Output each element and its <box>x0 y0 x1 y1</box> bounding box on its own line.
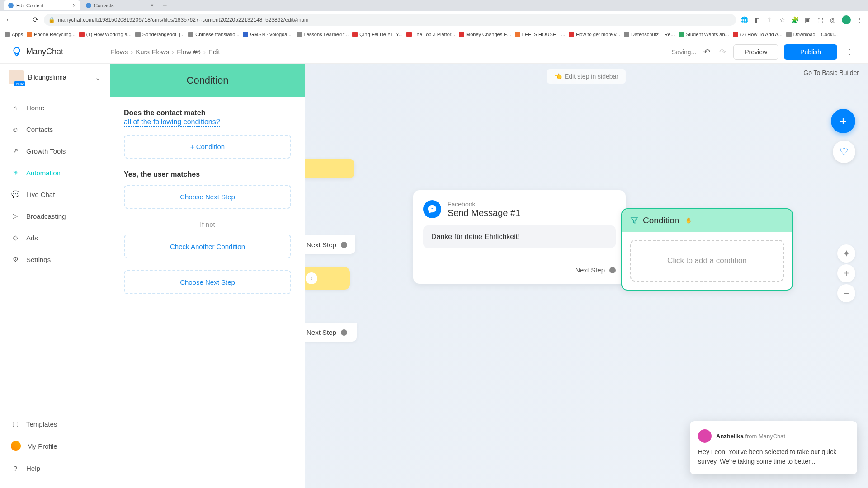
address-bar: ← → ⟳ 🔒 manychat.com/fb19815020819206718… <box>0 11 868 28</box>
add-condition-button[interactable]: + Condition <box>124 135 291 159</box>
output-port[interactable] <box>609 267 616 273</box>
breadcrumb-item[interactable]: Flow #6 <box>177 48 201 56</box>
save-status: Saving... <box>672 48 696 56</box>
message-node[interactable]: Facebook Send Message #1 Danke für deine… <box>413 190 626 284</box>
bookmark-item[interactable]: GMSN · Vologda,... <box>243 32 292 37</box>
sidebar-item-templates[interactable]: ▢ Templates <box>0 413 110 435</box>
nav-label: Templates <box>26 420 57 428</box>
sidebar-item-help[interactable]: ? Help <box>0 457 110 479</box>
basic-builder-link[interactable]: Go To Basic Builder <box>803 69 859 76</box>
sidebar: PRO Bildungsfirma ⌄ ⌂ Home ☺ Contacts ↗ … <box>0 64 110 488</box>
favorite-button[interactable]: ♡ <box>833 141 855 163</box>
flow-canvas[interactable]: 👈 Edit step in sidebar Go To Basic Build… <box>305 64 868 488</box>
magic-wand-button[interactable]: ✦ <box>837 244 855 263</box>
more-menu-button[interactable]: ⋮ <box>843 46 857 58</box>
sidebar-item-contacts[interactable]: ☺ Contacts <box>0 118 110 140</box>
close-icon[interactable]: × <box>151 2 154 9</box>
bookmark-item[interactable]: Student Wants an... <box>679 32 729 37</box>
bookmark-item[interactable]: Qing Fei De Yi - Y... <box>352 32 403 37</box>
workspace-selector[interactable]: PRO Bildungsfirma ⌄ <box>0 64 110 91</box>
share-icon[interactable]: ⇧ <box>766 16 773 23</box>
output-port[interactable] <box>341 242 347 248</box>
bookmark-item[interactable]: Chinese translatio... <box>188 32 239 37</box>
workspace-name: Bildungsfirma <box>28 74 90 81</box>
apps-button[interactable]: Apps <box>5 32 23 37</box>
extension-icon[interactable]: ▣ <box>804 16 811 23</box>
forward-button[interactable]: → <box>18 15 27 25</box>
nav-label: Home <box>26 104 44 112</box>
url-field[interactable]: 🔒 manychat.com/fb19815020819206718/cms/f… <box>44 14 736 26</box>
flow-node-partial[interactable] <box>305 159 354 178</box>
breadcrumb-item[interactable]: Flows <box>110 48 128 56</box>
nav-label: Automation <box>26 169 61 177</box>
publish-button[interactable]: Publish <box>784 44 837 60</box>
profile-avatar[interactable] <box>842 15 851 24</box>
next-step-port[interactable]: Next Step <box>305 323 357 342</box>
bookmark-item[interactable]: (2) How To Add A... <box>733 32 783 37</box>
choose-next-step-button[interactable]: Choose Next Step <box>124 270 291 294</box>
bookmark-item[interactable]: Sonderangebot! |... <box>135 32 184 37</box>
zoom-out-button[interactable]: − <box>837 284 855 302</box>
next-step-port[interactable]: Next Step <box>305 235 355 254</box>
node-body: Click to add a condition <box>622 232 792 290</box>
bookmark-item[interactable]: Datenschutz – Re... <box>624 32 675 37</box>
undo-button[interactable]: ↶ <box>702 45 712 59</box>
home-icon: ⌂ <box>11 103 20 112</box>
condition-node[interactable]: Condition ✋ Click to add a condition <box>621 208 793 291</box>
templates-icon: ▢ <box>11 419 20 428</box>
back-button[interactable]: ← <box>5 15 14 25</box>
redo-button[interactable]: ↷ <box>717 45 728 59</box>
breadcrumb-item[interactable]: Edit <box>208 48 220 56</box>
sidebar-item-live-chat[interactable]: 💬 Live Chat <box>0 183 110 205</box>
bookmark-item[interactable]: Money Changes E... <box>459 32 511 37</box>
support-chat-widget[interactable]: Anzhelika from ManyChat Hey Leon, You've… <box>690 421 857 474</box>
translate-icon[interactable]: 🌐 <box>741 16 748 23</box>
flow-node-partial[interactable]: ‹ <box>305 267 350 290</box>
panel-title: Condition <box>110 64 305 97</box>
reload-button[interactable]: ⟳ <box>32 14 39 25</box>
sidebar-item-settings[interactable]: ⚙ Settings <box>0 249 110 270</box>
sidebar-item-automation[interactable]: ⚛ Automation <box>0 162 110 183</box>
sidebar-item-broadcasting[interactable]: ▷ Broadcasting <box>0 205 110 227</box>
close-icon[interactable]: × <box>73 2 76 9</box>
extension-icon[interactable]: ⬚ <box>816 16 824 23</box>
brand-logo[interactable]: ManyChat <box>11 46 110 58</box>
star-icon[interactable]: ☆ <box>778 16 786 23</box>
broadcast-icon: ▷ <box>11 211 20 221</box>
check-another-condition-button[interactable]: Check Another Condition <box>124 235 291 258</box>
bookmark-item[interactable]: Lessons Learned f... <box>297 32 349 37</box>
nav-bottom: ▢ Templates My Profile ? Help <box>0 408 110 488</box>
bookmark-item[interactable]: How to get more v... <box>569 32 620 37</box>
browser-tab[interactable]: Contacts × <box>81 0 158 10</box>
breadcrumb: Flows › Kurs Flows › Flow #6 › Edit <box>110 48 220 56</box>
node-header: Condition ✋ <box>622 209 792 232</box>
condition-editor-panel: Condition Does the contact match all of … <box>110 64 305 488</box>
bookmark-item[interactable]: Phone Recycling... <box>27 32 75 37</box>
condition-mode-link[interactable]: all of the following conditions? <box>124 118 220 127</box>
puzzle-icon[interactable]: 🧩 <box>791 16 798 23</box>
browser-chrome: Edit Content × Contacts × + ← → ⟳ 🔒 many… <box>0 0 868 28</box>
bookmark-item[interactable]: LEE 'S HOUSE—... <box>515 32 566 37</box>
sidebar-item-ads[interactable]: ◇ Ads <box>0 227 110 249</box>
extension-icon[interactable]: ◧ <box>753 16 760 23</box>
sidebar-item-growth-tools[interactable]: ↗ Growth Tools <box>0 140 110 162</box>
sidebar-item-home[interactable]: ⌂ Home <box>0 97 110 118</box>
add-node-button[interactable]: + <box>831 109 855 133</box>
chat-header: Anzhelika from ManyChat <box>698 429 849 443</box>
sidebar-item-profile[interactable]: My Profile <box>0 435 110 457</box>
browser-tab-active[interactable]: Edit Content × <box>4 0 80 10</box>
zoom-in-button[interactable]: + <box>837 264 855 282</box>
choose-next-step-button[interactable]: Choose Next Step <box>124 185 291 209</box>
extension-icon[interactable]: ◎ <box>829 16 836 23</box>
breadcrumb-item[interactable]: Kurs Flows <box>136 48 169 56</box>
new-tab-button[interactable]: + <box>159 1 170 9</box>
gear-icon: ⚙ <box>11 255 20 264</box>
bookmark-item[interactable]: The Top 3 Platfor... <box>406 32 455 37</box>
preview-button[interactable]: Preview <box>733 44 778 60</box>
add-condition-placeholder[interactable]: Click to add a condition <box>630 240 784 282</box>
menu-icon[interactable]: ⋮ <box>856 16 863 23</box>
cursor-icon: ✋ <box>685 217 692 224</box>
bookmark-item[interactable]: (1) How Working a... <box>79 32 132 37</box>
bookmark-item[interactable]: Download – Cooki... <box>786 32 838 37</box>
output-port[interactable] <box>341 329 347 336</box>
